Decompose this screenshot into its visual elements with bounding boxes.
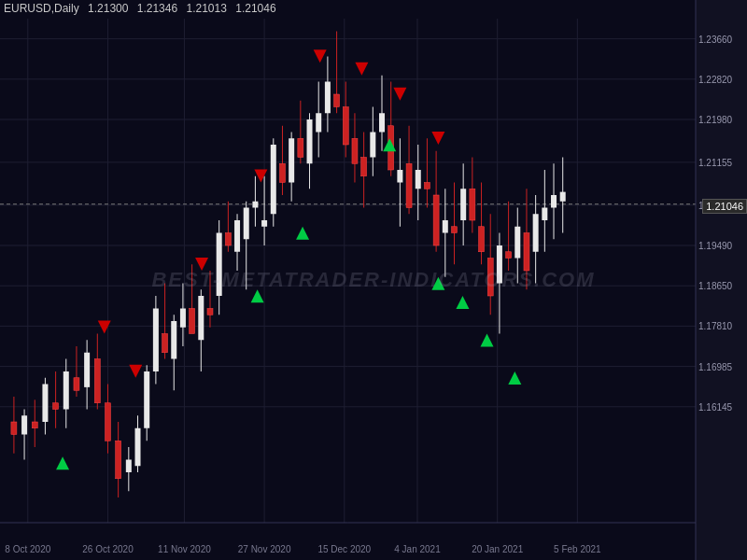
chart-container: EURUSD,Daily 1.21300 1.21346 1.21013 1.2… (0, 0, 747, 560)
